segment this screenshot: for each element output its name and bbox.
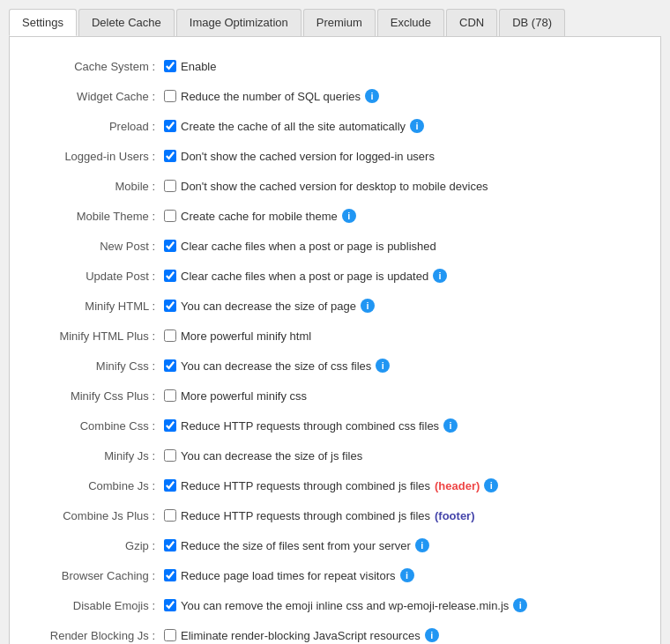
row-logged-in-users: Logged-in Users : Don't show the cached …	[36, 144, 634, 167]
label-preload: Preload :	[36, 120, 164, 133]
checkbox-combine-css[interactable]	[164, 419, 176, 432]
row-combine-js-plus: Combine Js Plus : Reduce HTTP requests t…	[36, 504, 634, 527]
label-update-post: Update Post :	[36, 270, 164, 283]
content-combine-js: Reduce HTTP requests through combined js…	[164, 478, 634, 492]
checkbox-minify-html-plus[interactable]	[164, 329, 176, 342]
checkbox-minify-js[interactable]	[164, 449, 176, 462]
text-minify-css-plus: More powerful minify css	[181, 389, 307, 403]
content-minify-css-plus: More powerful minify css	[164, 389, 634, 403]
label-new-post: New Post :	[36, 240, 164, 253]
row-minify-html-plus: Minify HTML Plus : More powerful minify …	[36, 324, 634, 347]
row-minify-css: Minify Css : You can decrease the size o…	[36, 354, 634, 377]
label-minify-js: Minify Js :	[36, 449, 164, 463]
checkbox-preload[interactable]	[164, 120, 176, 132]
info-icon-disable-emojis[interactable]: i	[513, 598, 527, 612]
row-minify-html: Minify HTML : You can decrease the size …	[36, 294, 634, 317]
checkbox-mobile[interactable]	[164, 180, 176, 192]
info-icon-widget-cache[interactable]: i	[365, 89, 379, 103]
checkbox-gzip[interactable]	[164, 539, 176, 551]
content-cache-system: Enable	[164, 60, 634, 73]
content-mobile-theme: Create cache for mobile theme i	[164, 209, 634, 223]
label-combine-css: Combine Css :	[36, 419, 164, 433]
row-mobile: Mobile : Don't show the cached version f…	[36, 174, 634, 197]
text-disable-emojis: You can remove the emoji inline css and …	[181, 599, 509, 612]
tab-db[interactable]: DB (78)	[499, 9, 565, 36]
highlight-footer: (footer)	[435, 509, 475, 522]
text-minify-js: You can decrease the size of js files	[181, 449, 362, 463]
checkbox-minify-css[interactable]	[164, 359, 176, 372]
text-preload: Create the cache of all the site automat…	[181, 120, 406, 133]
row-widget-cache: Widget Cache : Reduce the number of SQL …	[36, 85, 634, 107]
text-render-blocking-js: Eliminate render-blocking JavaScript res…	[181, 629, 421, 642]
info-icon-update-post[interactable]: i	[433, 269, 447, 283]
content-widget-cache: Reduce the number of SQL queries i	[164, 89, 634, 103]
row-cache-system: Cache System : Enable	[36, 55, 634, 78]
info-icon-minify-html[interactable]: i	[361, 299, 375, 313]
tab-cdn[interactable]: CDN	[446, 9, 497, 36]
content-minify-html-plus: More powerful minify html	[164, 329, 634, 343]
row-combine-css: Combine Css : Reduce HTTP requests throu…	[36, 414, 634, 437]
label-minify-css-plus: Minify Css Plus :	[36, 389, 164, 403]
checkbox-widget-cache[interactable]	[164, 90, 176, 102]
row-disable-emojis: Disable Emojis : You can remove the emoj…	[36, 594, 634, 617]
tab-bar: Settings Delete Cache Image Optimization…	[9, 9, 661, 37]
content-update-post: Clear cache files when a post or page is…	[164, 269, 634, 283]
row-minify-css-plus: Minify Css Plus : More powerful minify c…	[36, 384, 634, 407]
checkbox-new-post[interactable]	[164, 240, 176, 252]
text-minify-html-plus: More powerful minify html	[181, 329, 311, 343]
row-minify-js: Minify Js : You can decrease the size of…	[36, 444, 634, 467]
text-new-post: Clear cache files when a post or page is…	[181, 240, 436, 253]
tab-exclude[interactable]: Exclude	[377, 9, 444, 36]
row-update-post: Update Post : Clear cache files when a p…	[36, 264, 634, 287]
checkbox-combine-js-plus[interactable]	[164, 509, 176, 522]
tab-settings[interactable]: Settings	[9, 9, 77, 36]
label-logged-in-users: Logged-in Users :	[36, 150, 164, 163]
text-gzip: Reduce the size of files sent from your …	[181, 539, 411, 552]
checkbox-render-blocking-js[interactable]	[164, 629, 176, 641]
info-icon-mobile-theme[interactable]: i	[342, 209, 356, 223]
label-widget-cache: Widget Cache :	[36, 90, 164, 103]
checkbox-minify-css-plus[interactable]	[164, 389, 176, 402]
checkbox-logged-in-users[interactable]	[164, 150, 176, 162]
text-minify-css: You can decrease the size of css files	[181, 359, 371, 373]
label-render-blocking-js: Render Blocking Js :	[36, 629, 164, 642]
label-gzip: Gzip :	[36, 539, 164, 552]
checkbox-minify-html[interactable]	[164, 300, 176, 312]
label-mobile-theme: Mobile Theme :	[36, 210, 164, 223]
info-icon-gzip[interactable]: i	[415, 538, 429, 552]
checkbox-update-post[interactable]	[164, 270, 176, 282]
settings-panel: Cache System : Enable Widget Cache : Red…	[9, 37, 661, 644]
row-combine-js: Combine Js : Reduce HTTP requests throug…	[36, 474, 634, 497]
label-combine-js-plus: Combine Js Plus :	[36, 509, 164, 522]
checkbox-mobile-theme[interactable]	[164, 210, 176, 222]
checkbox-browser-caching[interactable]	[164, 569, 176, 581]
info-icon-minify-css[interactable]: i	[376, 359, 390, 373]
info-icon-combine-css[interactable]: i	[443, 418, 458, 433]
label-minify-html-plus: Minify HTML Plus :	[36, 329, 164, 343]
content-logged-in-users: Don't show the cached version for logged…	[164, 150, 634, 163]
row-render-blocking-js: Render Blocking Js : Eliminate render-bl…	[36, 624, 634, 644]
info-icon-combine-js[interactable]: i	[484, 478, 498, 492]
info-icon-render-blocking-js[interactable]: i	[425, 628, 439, 642]
tab-delete-cache[interactable]: Delete Cache	[78, 9, 175, 36]
content-disable-emojis: You can remove the emoji inline css and …	[164, 598, 634, 612]
row-preload: Preload : Create the cache of all the si…	[36, 115, 634, 137]
info-icon-browser-caching[interactable]: i	[400, 568, 414, 582]
checkbox-disable-emojis[interactable]	[164, 599, 176, 611]
label-disable-emojis: Disable Emojis :	[36, 599, 164, 612]
text-minify-html: You can decrease the size of page	[181, 300, 356, 313]
row-gzip: Gzip : Reduce the size of files sent fro…	[36, 534, 634, 557]
label-minify-css: Minify Css :	[36, 359, 164, 373]
row-mobile-theme: Mobile Theme : Create cache for mobile t…	[36, 204, 634, 227]
checkbox-cache-system[interactable]	[164, 60, 176, 72]
content-preload: Create the cache of all the site automat…	[164, 119, 634, 133]
text-cache-system: Enable	[181, 60, 216, 73]
checkbox-combine-js[interactable]	[164, 479, 176, 492]
text-combine-js-plus: Reduce HTTP requests through combined js…	[181, 509, 430, 522]
info-icon-preload[interactable]: i	[410, 119, 424, 133]
tab-premium[interactable]: Premium	[303, 9, 376, 36]
tab-image-optimization[interactable]: Image Optimization	[176, 9, 302, 36]
main-container: Settings Delete Cache Image Optimization…	[0, 0, 670, 644]
label-mobile: Mobile :	[36, 180, 164, 193]
text-update-post: Clear cache files when a post or page is…	[181, 270, 428, 283]
